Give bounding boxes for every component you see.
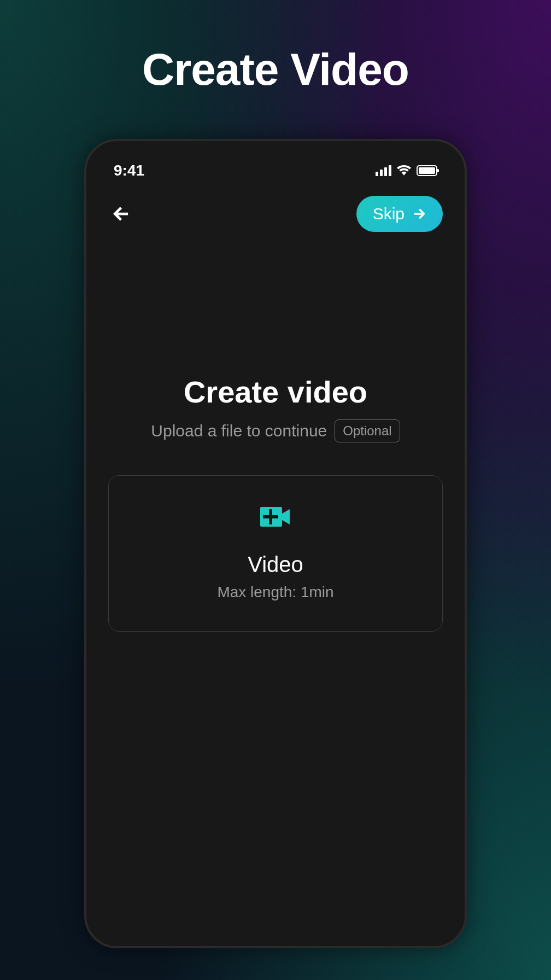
wifi-icon [397,164,411,178]
subtitle-row: Upload a file to continue Optional [108,419,443,442]
page-title: Create Video [142,44,409,95]
status-bar: 9:41 [103,158,448,179]
upload-video-card[interactable]: Video Max length: 1min [108,475,443,632]
content-title: Create video [108,374,443,410]
status-time: 9:41 [114,162,144,179]
arrow-left-icon [112,203,132,224]
svg-rect-2 [263,515,278,518]
back-button[interactable] [108,200,136,228]
video-add-icon [260,506,291,528]
nav-bar: Skip [103,179,448,232]
skip-button-label: Skip [373,205,405,223]
battery-icon [417,165,437,176]
cellular-signal-icon [376,165,391,176]
optional-badge: Optional [335,419,400,442]
arrow-right-icon [411,206,426,221]
main-content: Create video Upload a file to continue O… [103,374,448,930]
skip-button[interactable]: Skip [356,196,443,232]
upload-card-subtitle: Max length: 1min [217,584,333,601]
subtitle-text: Upload a file to continue [151,422,327,440]
upload-card-title: Video [248,552,303,577]
status-icons [376,164,437,178]
phone-frame: 9:41 Skip [84,139,467,948]
